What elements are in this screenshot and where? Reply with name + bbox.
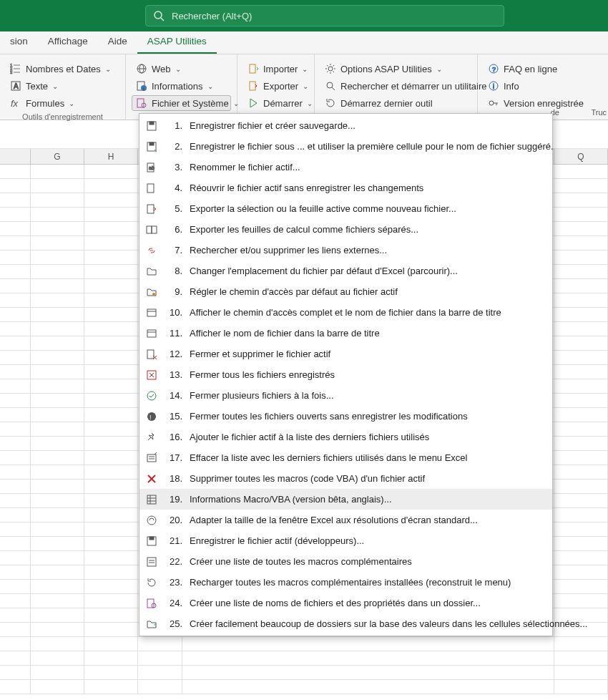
menu-item-icon <box>144 265 160 278</box>
menu-item-19[interactable]: 19.Informations Macro/VBA (version bêta,… <box>139 489 552 510</box>
nombres-dates-button[interactable]: 123 Nombres et Dates⌄ <box>6 61 119 77</box>
svg-rect-39 <box>147 205 154 213</box>
faq-button[interactable]: ? FAQ en ligne <box>484 61 594 77</box>
tab-aide[interactable]: Aide <box>98 31 137 54</box>
col-head-h[interactable]: H <box>84 149 138 164</box>
menu-item-4[interactable]: 4.Réouvrir le fichier actif sans enregis… <box>139 178 552 198</box>
demarrer-button[interactable]: Démarrer⌄ <box>243 95 308 111</box>
menu-item-2[interactable]: 2.Enregistrer le fichier sous ... et uti… <box>139 136 552 157</box>
menu-item-icon <box>144 244 160 257</box>
menu-item-21[interactable]: 21.Enregistrer le fichier actif (dévelop… <box>139 530 552 551</box>
menu-item-10[interactable]: 10.Afficher le chemin d'accès complet et… <box>139 302 552 323</box>
menu-item-number: 1. <box>167 120 182 131</box>
redo-icon <box>325 97 336 109</box>
search-box[interactable]: Rechercher (Alt+Q) <box>145 5 504 26</box>
menu-item-5[interactable]: 5.Exporter la sélection ou la feuille ac… <box>139 198 552 219</box>
demarrez-dernier-button[interactable]: Démarrez dernier outil <box>320 95 471 111</box>
svg-point-54 <box>147 392 156 400</box>
texte-button[interactable]: A Texte⌄ <box>6 78 119 94</box>
rechercher-demarrer-button[interactable]: Rechercher et démarrer un utilitaire <box>320 78 471 94</box>
grid-row[interactable] <box>0 651 608 666</box>
menu-item-icon <box>144 389 160 402</box>
info-button[interactable]: i Info <box>484 78 594 94</box>
menu-item-18[interactable]: 18.Supprimer toutes les macros (code VBA… <box>139 468 552 489</box>
exporter-button[interactable]: Exporter⌄ <box>243 78 308 94</box>
menu-item-label: Ajouter le fichier actif à la liste des … <box>190 432 545 442</box>
menu-item-icon <box>144 472 160 485</box>
col-head-edge[interactable] <box>0 149 31 164</box>
menu-item-11[interactable]: 11.Afficher le nom de fichier dans la ba… <box>139 323 552 344</box>
menu-item-3[interactable]: ab3.Renommer le fichier actif... <box>139 157 552 178</box>
grid-row[interactable] <box>0 637 608 651</box>
fichier-systeme-button[interactable]: Fichier et Système⌄ <box>132 95 231 111</box>
menu-item-label: Fermer tous les fichiers enregistrés <box>190 369 545 380</box>
menu-item-icon <box>144 140 160 153</box>
col-head-q[interactable]: Q <box>554 149 608 164</box>
menu-item-label: Supprimer toutes les macros (code VBA) d… <box>190 473 545 484</box>
options-asap-button[interactable]: Options ASAP Utilities⌄ <box>320 61 471 77</box>
menu-item-24[interactable]: 24.Créer une liste de noms de fichiers e… <box>139 593 552 613</box>
tab-asap-utilities[interactable]: ASAP Utilities <box>137 31 217 54</box>
menu-item-17[interactable]: 17.Effacer la liste avec les derniers fi… <box>139 447 552 468</box>
svg-point-22 <box>328 67 333 71</box>
menu-item-1[interactable]: 1.Enregistrer fichier et créer sauvegard… <box>139 115 552 136</box>
chevron-down-icon: ⌄ <box>207 82 213 90</box>
menu-item-number: 20. <box>167 515 182 525</box>
menu-item-16[interactable]: 16.Ajouter le fichier actif à la liste d… <box>139 427 552 447</box>
globe-icon <box>136 63 147 74</box>
menu-item-icon <box>144 514 160 527</box>
grid-row[interactable] <box>0 666 608 680</box>
web-button[interactable]: Web⌄ <box>132 61 231 77</box>
svg-rect-20 <box>250 82 255 90</box>
menu-item-label: Enregistrer fichier et créer sauvegarde.… <box>190 120 545 131</box>
svg-rect-44 <box>147 309 156 316</box>
fichier-systeme-menu: 1.Enregistrer fichier et créer sauvegard… <box>139 113 553 636</box>
svg-text:ab: ab <box>149 165 155 170</box>
menu-item-number: 2. <box>167 141 182 152</box>
svg-rect-48 <box>147 350 154 359</box>
grid-row[interactable] <box>0 680 608 694</box>
menu-item-12[interactable]: 12.Fermer et supprimer le fichier actif <box>139 344 552 364</box>
menu-item-25[interactable]: 25.Créer facilement beaucoup de dossiers… <box>139 613 552 634</box>
chevron-down-icon: ⌄ <box>302 65 308 73</box>
menu-item-9[interactable]: 9.Régler le chemin d'accès par défaut au… <box>139 281 552 302</box>
menu-item-6[interactable]: 6.Exporter les feuilles de calcul comme … <box>139 219 552 240</box>
menu-item-icon: ab <box>144 161 160 174</box>
svg-rect-19 <box>250 64 255 73</box>
menu-item-number: 10. <box>167 307 182 318</box>
svg-text:A: A <box>14 82 19 90</box>
menu-item-icon <box>144 597 160 610</box>
tab-affichage[interactable]: Affichage <box>38 31 98 54</box>
menu-item-23[interactable]: 23.Recharger toutes les macros complémen… <box>139 572 552 593</box>
menu-item-icon <box>144 493 160 506</box>
svg-text:i: i <box>493 83 494 90</box>
formules-button[interactable]: fx Formules⌄ <box>6 95 119 111</box>
menu-item-20[interactable]: 20.Adapter la taille de la fenêtre Excel… <box>139 510 552 530</box>
menu-item-7[interactable]: 7.Rechercher et/ou supprimer les liens e… <box>139 240 552 261</box>
menu-item-15[interactable]: !15.Fermer toutes les fichiers ouverts s… <box>139 406 552 427</box>
menu-item-22[interactable]: 22.Créer une liste de toutes les macros … <box>139 551 552 572</box>
menu-item-icon <box>144 452 160 465</box>
informations-button[interactable]: i Informations⌄ <box>132 78 231 94</box>
help-icon: ? <box>488 63 499 74</box>
menu-item-number: 5. <box>167 203 182 214</box>
ribbon: 123 Nombres et Dates⌄ A Texte⌄ fx Formul… <box>0 54 608 120</box>
importer-button[interactable]: Importer⌄ <box>243 61 308 77</box>
svg-rect-41 <box>152 226 157 233</box>
tab-revision-partial[interactable]: sion <box>0 31 38 54</box>
version-button[interactable]: Version enregistrée <box>484 95 594 111</box>
col-head-g[interactable]: G <box>31 149 84 164</box>
menu-item-icon <box>144 618 160 631</box>
menu-item-14[interactable]: 14.Fermer plusieurs fichiers à la fois..… <box>139 385 552 406</box>
import-icon <box>247 63 259 74</box>
menu-item-label: Changer l'emplacement du fichier par déf… <box>190 266 545 276</box>
chevron-down-icon: ⌄ <box>436 65 442 73</box>
menu-item-icon <box>144 327 160 340</box>
menu-item-label: Renommer le fichier actif... <box>190 162 545 172</box>
svg-rect-67 <box>149 537 154 540</box>
numbered-list-icon: 123 <box>10 63 21 74</box>
menu-item-icon <box>144 286 160 298</box>
menu-item-8[interactable]: 8.Changer l'emplacement du fichier par d… <box>139 261 552 281</box>
menu-item-13[interactable]: 13.Fermer tous les fichiers enregistrés <box>139 364 552 385</box>
svg-text:i: i <box>143 87 144 91</box>
